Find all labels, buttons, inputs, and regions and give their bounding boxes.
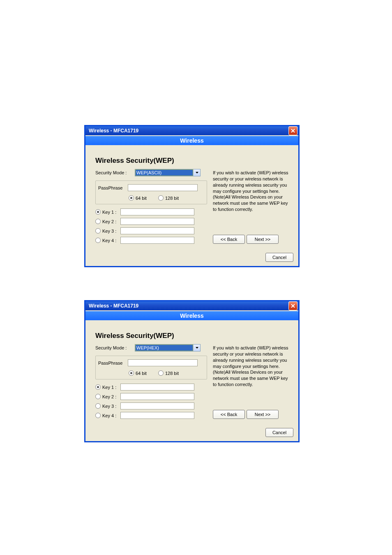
radio-key4[interactable]	[95, 413, 101, 418]
footer: Cancel	[85, 250, 298, 266]
key3-input[interactable]	[120, 227, 194, 234]
passphrase-input[interactable]	[128, 184, 198, 191]
radio-key1[interactable]	[95, 384, 101, 390]
key2-label: Key 2 :	[102, 219, 119, 224]
help-text: If you wish to activate (WEP) wireless s…	[213, 170, 293, 213]
key-rows: Key 1 : Key 2 : Key 3 :	[95, 208, 207, 244]
cancel-button[interactable]: Cancel	[265, 428, 293, 437]
close-button[interactable]	[288, 301, 297, 310]
back-button[interactable]: << Back	[213, 410, 245, 419]
next-button[interactable]: Next >>	[247, 235, 279, 244]
passphrase-group: PassPhrase 64 bit 128 bit	[95, 180, 207, 204]
radio-icon	[95, 394, 101, 399]
dropdown-button[interactable]	[193, 345, 200, 351]
key-rows: Key 1 : Key 2 : Key 3 :	[95, 384, 207, 419]
key1-input[interactable]	[120, 384, 194, 391]
key4-input[interactable]	[120, 412, 194, 419]
radio-key4[interactable]	[95, 238, 101, 243]
radio-128bit[interactable]: 128 bit	[158, 370, 179, 376]
radio-icon	[95, 238, 101, 243]
key3-label: Key 3 :	[102, 229, 119, 234]
dropdown-button[interactable]	[193, 169, 200, 176]
passphrase-label: PassPhrase	[98, 185, 125, 190]
header-band: Wireless	[85, 310, 298, 320]
key1-label: Key 1 :	[102, 210, 119, 215]
radio-icon	[95, 403, 101, 409]
passphrase-label: PassPhrase	[98, 361, 125, 365]
section-title: Wireless Security(WEP)	[95, 332, 293, 340]
next-button[interactable]: Next >>	[247, 410, 279, 419]
titlebar[interactable]: Wireless - MFCA1719	[85, 126, 298, 135]
radio-icon	[95, 413, 101, 418]
radio-icon	[129, 370, 134, 376]
security-mode-select[interactable]: WEP(ASCII)	[135, 169, 201, 176]
key3-input[interactable]	[120, 402, 194, 409]
cancel-button[interactable]: Cancel	[265, 253, 293, 262]
radio-key3[interactable]	[95, 403, 101, 409]
key4-input[interactable]	[120, 237, 194, 244]
content-area: Wireless Security(WEP) Security Mode : W…	[85, 320, 298, 425]
radio-128bit[interactable]: 128 bit	[158, 195, 179, 201]
footer: Cancel	[85, 425, 298, 441]
key2-input[interactable]	[120, 218, 194, 225]
content-area: Wireless Security(WEP) Security Mode : W…	[85, 145, 298, 250]
radio-key2[interactable]	[95, 394, 101, 399]
back-button[interactable]: << Back	[213, 235, 245, 244]
radio-64bit-label: 64 bit	[136, 196, 147, 201]
window-title: Wireless - MFCA1719	[89, 128, 138, 134]
radio-icon	[158, 195, 164, 201]
key1-input[interactable]	[120, 208, 194, 215]
dialog-wireless-2: Wireless - MFCA1719 Wireless Wireless Se…	[84, 300, 300, 442]
radio-icon	[129, 195, 134, 201]
security-mode-label: Security Mode :	[95, 170, 135, 175]
chevron-down-icon	[196, 172, 198, 173]
passphrase-group: PassPhrase 64 bit 128 bit	[95, 356, 207, 379]
radio-icon	[95, 384, 101, 390]
key3-label: Key 3 :	[102, 404, 119, 409]
radio-icon	[158, 370, 164, 376]
help-text: If you wish to activate (WEP) wireless s…	[213, 345, 293, 388]
radio-key2[interactable]	[95, 219, 101, 224]
dialog-wireless-1: Wireless - MFCA1719 Wireless Wireless Se…	[84, 125, 300, 267]
radio-icon	[95, 228, 101, 234]
security-mode-value: WEP(HEX)	[135, 345, 193, 351]
radio-128bit-label: 128 bit	[165, 196, 179, 201]
header-band: Wireless	[85, 135, 298, 145]
close-icon	[291, 304, 295, 308]
key4-label: Key 4 :	[102, 413, 119, 418]
window-title: Wireless - MFCA1719	[89, 303, 138, 309]
radio-icon	[95, 219, 101, 224]
close-button[interactable]	[288, 126, 297, 135]
key1-label: Key 1 :	[102, 385, 119, 390]
security-mode-value: WEP(ASCII)	[135, 169, 193, 176]
chevron-down-icon	[196, 347, 198, 349]
security-mode-label: Security Mode :	[95, 345, 135, 350]
titlebar[interactable]: Wireless - MFCA1719	[85, 301, 298, 310]
radio-key1[interactable]	[95, 209, 101, 215]
key2-input[interactable]	[120, 393, 194, 400]
radio-64bit-label: 64 bit	[136, 371, 147, 376]
passphrase-input[interactable]	[128, 359, 198, 366]
radio-128bit-label: 128 bit	[165, 371, 179, 376]
key2-label: Key 2 :	[102, 394, 119, 399]
key4-label: Key 4 :	[102, 238, 119, 243]
section-title: Wireless Security(WEP)	[95, 157, 293, 165]
radio-64bit[interactable]: 64 bit	[129, 195, 147, 201]
radio-key3[interactable]	[95, 228, 101, 234]
security-mode-select[interactable]: WEP(HEX)	[135, 344, 201, 352]
radio-64bit[interactable]: 64 bit	[129, 370, 147, 376]
close-icon	[291, 129, 295, 133]
radio-icon	[95, 209, 101, 215]
